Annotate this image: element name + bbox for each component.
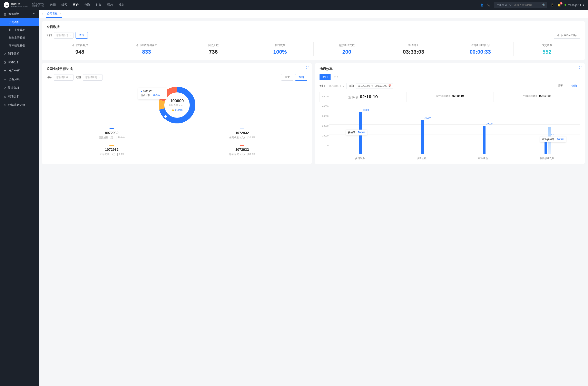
goal-target-select[interactable]: 请选择目标⌄ [54, 74, 74, 81]
sidebar-group-dashboard[interactable]: ▥ 数据看板 ⌃ [0, 10, 39, 18]
sidebar: ▥ 数据看板 ⌃ 公司看板推广主管看板销售主管看板客户经理看板 ▽漏斗分析◷成本… [0, 10, 39, 386]
goal-period-label: 周期 [76, 76, 81, 79]
ytick: 20000 [322, 125, 329, 127]
anno-connect-rate: 接通率：70.9% [346, 130, 367, 135]
goal-period-select[interactable]: 请选择周期⌄ [83, 74, 103, 81]
xtick: 有效接通次数 [540, 157, 554, 160]
sidebar-item-5[interactable]: ◎销售分析 [0, 92, 39, 101]
goal-reset-button[interactable]: 重置 [281, 74, 294, 81]
eff-filter-label: 部门 [319, 84, 325, 88]
seg-dept[interactable]: 部门 [319, 74, 331, 80]
sidebar-icon: ▽ [4, 52, 6, 55]
today-dept-select[interactable]: 请选择部门⌄ [54, 32, 74, 39]
seg-personal[interactable]: 个人 [331, 74, 342, 80]
brand-slogan2: 式服务云平台 [32, 5, 44, 7]
sidebar-item-1[interactable]: ◷成本分析 [0, 58, 39, 66]
nav-报名[interactable]: 报名 [119, 3, 124, 7]
ytick: 0 [327, 144, 329, 147]
sidebar-icon: ⟳ [4, 103, 6, 107]
nav-公海[interactable]: 公海 [84, 3, 90, 7]
eff-date-range[interactable]: 2018/01/08 至 2018/01/08 📅 [356, 83, 393, 89]
stat-2: 回访人数736 [180, 42, 247, 56]
nav-线索[interactable]: 线索 [62, 3, 67, 7]
bar-1: 35000 [421, 120, 424, 154]
brand-slogan1: 教育机构一站 [32, 2, 44, 5]
sidebar-icon: ☺ [4, 78, 6, 81]
stat-7: 成交单数552 [514, 42, 580, 56]
user-name: manager11 [568, 3, 581, 6]
menu-toggle-icon[interactable]: ≡ [42, 12, 43, 15]
today-filter-label: 部门 [46, 34, 52, 37]
close-icon[interactable]: × [59, 12, 61, 15]
status-dot [565, 4, 566, 6]
sidebar-icon: ⚲ [4, 86, 6, 90]
eff-date-label: 日期 [349, 84, 354, 88]
legend-3: 1072932超额完成（元） | 89.9% [181, 145, 303, 156]
tabs-bar: ≡ 公司看板 × [39, 10, 588, 18]
legend-1: 1072932未完成量（元） | 20.9% [181, 128, 303, 139]
mobile-icon[interactable]: 📱 [551, 3, 554, 6]
eff-dept-select[interactable]: 请选择部门⌄ [327, 83, 346, 89]
stat-1: 今日有效首咨客户833 [113, 42, 180, 56]
bar-2: 29000 [483, 126, 485, 154]
eff-query-button[interactable]: 查询 [568, 83, 580, 89]
expand-icon[interactable]: ⛶ [306, 66, 309, 69]
sidebar-icon: ▤ [4, 69, 6, 72]
xtick: 有效通话 [478, 157, 488, 160]
stat-3: 拨打次数100% [247, 42, 314, 56]
sidebar-sub-2[interactable]: 销售主管看板 [0, 34, 39, 42]
anno-effective-rate: 有效接通率：70.9% [540, 136, 566, 142]
search-type-select[interactable]: 手机号码 [494, 2, 512, 8]
goal-target-label: 目标 [46, 76, 52, 79]
sidebar-sub-0[interactable]: 公司看板 [0, 18, 39, 26]
ytick: 40000 [322, 105, 329, 108]
sidebar-group-label: 数据看板 [8, 12, 20, 16]
goal-query-button[interactable]: 查询 [295, 74, 307, 81]
brand-name: 云朵CRM [11, 2, 28, 5]
nav-运营[interactable]: 运营 [107, 3, 113, 7]
thumbs-up-icon: 👍 [171, 109, 174, 111]
today-query-button[interactable]: 查询 [76, 32, 88, 39]
sidebar-item-6[interactable]: ⟳数据流转记录 [0, 101, 39, 109]
info-icon[interactable]: ? [487, 44, 490, 47]
brand-logo: ☁ 云朵CRM www.yunduocrm.com 教育机构一站 式服务云平台 [4, 2, 44, 8]
sidebar-item-4[interactable]: ⚲渠道分析 [0, 84, 39, 92]
goal-card: ⛶ 公司业绩目标达成 目标 请选择目标⌄ 周期 请选择周期⌄ 重置 查询 [42, 63, 312, 164]
goal-donut-chart: 100000 目标总量（元） 👍 已达成 1072932 所占比例：70.9% [157, 85, 197, 125]
goal-status: 👍 已达成 [171, 108, 183, 112]
settings-metrics-button[interactable]: ⚙ 设置显示指标 [554, 32, 580, 39]
legend-0: 8972932已完成量（元） | 70.9% [51, 128, 173, 139]
ytick: 30000 [322, 115, 329, 117]
legend-2: 1072932应完成量（元） | 8.9% [51, 145, 173, 156]
sidebar-item-0[interactable]: ▽漏斗分析 [0, 49, 39, 58]
notification-bell[interactable]: 🔔 5 [558, 3, 561, 6]
person-add-icon[interactable]: 👤 [480, 3, 483, 6]
search-input[interactable] [512, 2, 541, 8]
logo-mark: ☁ [4, 2, 9, 8]
expand-icon[interactable]: ⛶ [579, 66, 582, 69]
tab-company-board[interactable]: 公司看板 × [46, 10, 62, 18]
stat-6: 平均通话时长?00:00:33 [447, 42, 514, 56]
eff-bar-chart: 01000020000300004000050000 4300035000290… [319, 105, 580, 160]
nav-财务[interactable]: 财务 [96, 3, 102, 7]
top-nav: 数据线索客户公海财务运营报名 [50, 3, 124, 7]
chevron-down-icon: ▾ [583, 3, 584, 6]
nav-数据[interactable]: 数据 [50, 3, 56, 7]
search-icon[interactable]: 🔍 [541, 3, 547, 6]
stat-5: 通话时长03:33:03 [380, 42, 447, 56]
donut-tooltip: 1072932 所占比例：70.9% [138, 88, 167, 99]
ytick: 10000 [322, 135, 329, 137]
eff-summary-1: 有效通话时长02:10:19 [406, 92, 493, 102]
phone-icon[interactable]: 📞 [487, 3, 490, 6]
sidebar-item-3[interactable]: ☺访客分析 [0, 75, 39, 84]
eff-title: 沟通效率 [319, 67, 580, 71]
dashboard-icon: ▥ [4, 12, 6, 16]
nav-客户[interactable]: 客户 [73, 3, 79, 7]
sidebar-sub-3[interactable]: 客户经理看板 [0, 42, 39, 49]
sidebar-item-2[interactable]: ▤推广分析 [0, 66, 39, 75]
eff-reset-button[interactable]: 重置 [554, 83, 566, 89]
sidebar-icon: ◷ [4, 61, 6, 64]
sidebar-sub-1[interactable]: 推广主管看板 [0, 26, 39, 34]
search-bar: 手机号码 🔍 [494, 2, 547, 8]
user-menu[interactable]: manager11 ▾ [565, 3, 584, 6]
